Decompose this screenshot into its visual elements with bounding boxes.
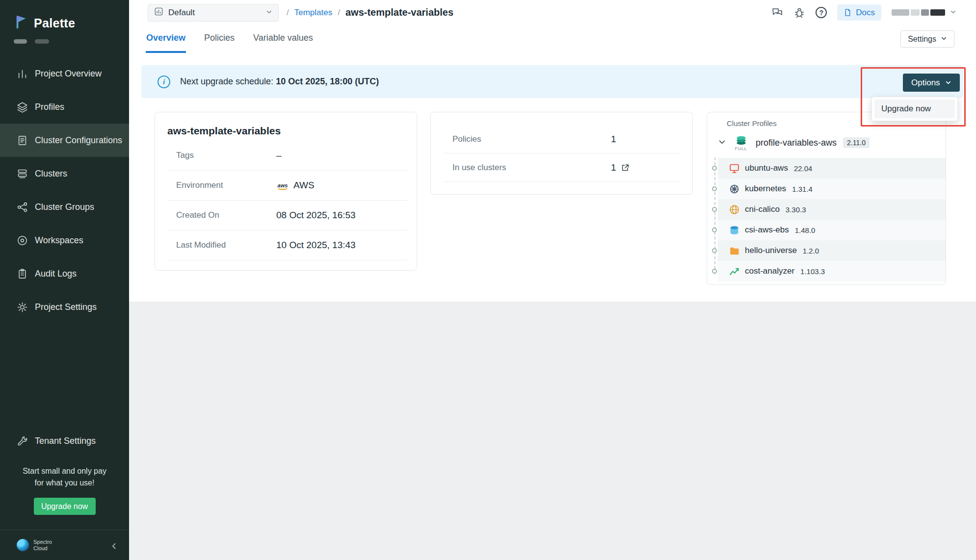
- target-icon: [17, 235, 28, 246]
- row-value: –: [276, 150, 407, 161]
- breadcrumb: / Templates / aws-template-variables: [287, 7, 453, 18]
- layer-row-cost-analyzer[interactable]: cost-analyzer 1.103.3: [718, 261, 946, 281]
- sidebar-item-label: Cluster Groups: [35, 202, 94, 212]
- settings-label: Settings: [908, 35, 936, 44]
- document-config-icon: [17, 135, 28, 146]
- sidebar-item-label: Project Settings: [35, 302, 97, 312]
- storage-cylinder-icon: [729, 225, 740, 236]
- redacted-bar: [14, 39, 27, 44]
- row-label: In use clusters: [452, 163, 611, 173]
- stat-row-policies: Policies 1: [444, 125, 680, 153]
- detail-row-environment: Environment aws AWS: [167, 171, 407, 201]
- detail-rows: Tags – Environment aws AWS Created On 08…: [155, 141, 417, 260]
- palette-logo-icon: [14, 15, 28, 31]
- sidebar-item-clusters[interactable]: Clusters: [0, 157, 129, 190]
- help-button[interactable]: ?: [816, 7, 827, 18]
- sidebar-item-label: Clusters: [35, 169, 67, 179]
- sidebar: Palette Project Overview Profiles: [0, 0, 129, 560]
- topbar: Default / Templates / aws-template-varia…: [129, 0, 976, 25]
- profile-stack-icon: FULL: [732, 135, 750, 151]
- sidebar-item-label: Workspaces: [35, 235, 83, 246]
- main-area: Default / Templates / aws-template-varia…: [129, 0, 976, 560]
- k8s-wheel-icon: [729, 183, 740, 195]
- sidebar-collapse-button[interactable]: ‹: [112, 540, 116, 550]
- row-label: Created On: [176, 210, 276, 220]
- sidebar-upgrade-now-button[interactable]: Upgrade now: [34, 498, 96, 515]
- promo-line-2: for what you use!: [0, 477, 129, 489]
- sidebar-item-project-settings[interactable]: Project Settings: [0, 290, 129, 324]
- layer-name: ubuntu-aws: [745, 163, 788, 173]
- sidebar-item-cluster-configurations[interactable]: Cluster Configurations: [0, 124, 129, 157]
- sidebar-item-label: Profiles: [35, 102, 64, 112]
- chevron-down-icon: [941, 35, 947, 44]
- layer-row-kubernetes[interactable]: kubernetes 1.31.4: [718, 178, 946, 199]
- network-globe-icon: [729, 204, 740, 215]
- chevron-down-icon: [950, 8, 956, 17]
- environment-value: AWS: [293, 180, 315, 191]
- layer-name: cni-calico: [745, 204, 780, 214]
- banner-message-prefix: Next upgrade schedule:: [180, 76, 276, 86]
- layer-version: 1.2.0: [803, 247, 819, 255]
- gear-icon: [17, 302, 28, 313]
- document-icon: [844, 8, 852, 17]
- sidebar-item-tenant-settings[interactable]: Tenant Settings: [0, 424, 129, 458]
- bug-icon: [793, 7, 805, 19]
- row-value: 1: [611, 162, 680, 173]
- tab-policies[interactable]: Policies: [204, 25, 235, 53]
- layers-icon: [17, 102, 28, 113]
- layer-row-ubuntu-aws[interactable]: ubuntu-aws 22.04: [718, 158, 946, 178]
- aws-logo-icon: aws: [276, 181, 289, 190]
- chevron-down-icon[interactable]: [718, 138, 726, 148]
- upgrade-promo-text: Start small and only pay for what you us…: [0, 465, 129, 489]
- template-details-card: aws-template-variables Tags – Environmen…: [155, 112, 417, 271]
- tab-variable-values[interactable]: Variable values: [253, 25, 314, 53]
- share-nodes-icon: [17, 202, 28, 213]
- row-value: 10 Oct 2025, 13:43: [276, 240, 407, 251]
- trend-chart-icon: [729, 266, 740, 277]
- brand-line-1: Spectro: [33, 539, 52, 545]
- topbar-actions: ? Docs: [771, 4, 956, 21]
- row-value: 1: [611, 134, 680, 145]
- bar-chart-icon: [17, 68, 28, 79]
- options-button[interactable]: Options: [903, 74, 960, 92]
- template-name-title: aws-template-variables: [167, 125, 417, 137]
- profile-row[interactable]: FULL profile-variables-aws 2.11.0: [718, 131, 946, 154]
- folder-icon: [729, 245, 740, 256]
- docs-button[interactable]: Docs: [837, 4, 881, 21]
- redacted-bar: [35, 39, 49, 44]
- os-monitor-icon: [729, 163, 740, 174]
- layer-version: 1.48.0: [795, 226, 816, 234]
- layer-name: hello-universe: [745, 246, 797, 255]
- breadcrumb-link-templates[interactable]: Templates: [294, 8, 332, 18]
- sidebar-item-label: Project Overview: [35, 69, 102, 79]
- sidebar-item-label: Cluster Configurations: [35, 135, 122, 146]
- layer-row-csi-aws-ebs[interactable]: csi-aws-ebs 1.48.0: [718, 220, 946, 240]
- user-menu[interactable]: [892, 8, 956, 17]
- profile-layers-list: ubuntu-aws 22.04 kubernetes 1.31.4: [718, 158, 946, 281]
- layer-row-hello-universe[interactable]: hello-universe 1.2.0: [718, 240, 946, 261]
- sidebar-bottom: Tenant Settings Start small and only pay…: [0, 424, 129, 560]
- bug-report-button[interactable]: [793, 7, 805, 19]
- redacted-project-indicator: [14, 39, 129, 44]
- sidebar-nav: Project Overview Profiles Cluster Config…: [0, 57, 129, 324]
- tab-overview[interactable]: Overview: [146, 25, 186, 53]
- docs-label: Docs: [856, 8, 875, 18]
- dropdown-item-upgrade-now[interactable]: Upgrade now: [874, 100, 955, 118]
- sidebar-item-audit-logs[interactable]: Audit Logs: [0, 257, 129, 290]
- breadcrumb-separator: /: [338, 8, 340, 18]
- chat-button[interactable]: [771, 7, 783, 19]
- external-link-icon[interactable]: [621, 163, 630, 172]
- cluster-profiles-card: Cluster Profiles FULL profile-variables-…: [707, 112, 946, 285]
- sidebar-item-cluster-groups[interactable]: Cluster Groups: [0, 190, 129, 224]
- sidebar-item-project-overview[interactable]: Project Overview: [0, 57, 129, 90]
- brand-line-2: Cloud: [33, 545, 52, 552]
- sidebar-item-profiles[interactable]: Profiles: [0, 90, 129, 124]
- detail-row-created-on: Created On 08 Oct 2025, 16:53: [167, 201, 407, 230]
- profile-version-badge: 2.11.0: [843, 137, 870, 148]
- project-selector-value: Default: [168, 8, 195, 18]
- sidebar-item-workspaces[interactable]: Workspaces: [0, 224, 129, 257]
- settings-button[interactable]: Settings: [900, 30, 954, 48]
- layer-version: 22.04: [794, 164, 813, 173]
- project-selector[interactable]: Default: [148, 4, 279, 22]
- layer-row-cni-calico[interactable]: cni-calico 3.30.3: [718, 199, 946, 220]
